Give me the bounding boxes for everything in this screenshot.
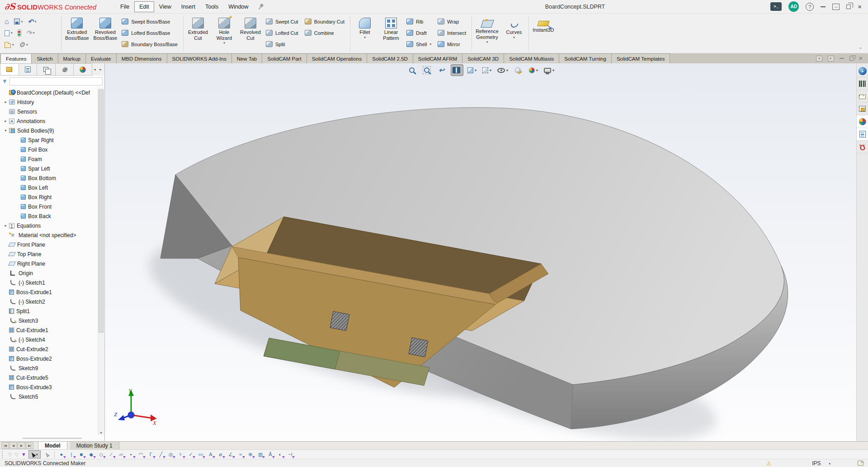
tree-item[interactable]: Box Bottom — [0, 173, 97, 183]
expander-icon[interactable]: ▾ — [3, 129, 9, 133]
tree-item[interactable]: Sketch9 — [0, 363, 97, 373]
selection-filter-icon[interactable]: ╱ — [156, 450, 166, 458]
tag-icon[interactable] — [858, 461, 863, 466]
draft-button[interactable]: Draft — [404, 27, 435, 38]
tree-item[interactable]: Sketch5 — [0, 392, 97, 401]
edit-appearance-button[interactable] — [512, 64, 525, 76]
tree-item[interactable]: Box Left — [0, 183, 97, 192]
menu-item[interactable]: Window — [223, 1, 253, 12]
tree-item[interactable]: (-) Sketch1 — [0, 278, 97, 287]
hole-wizard-button[interactable]: Hole Wizard▾ — [211, 16, 237, 53]
selection-filter-icon[interactable]: ◎ — [166, 450, 176, 458]
rib-button[interactable]: Rib — [404, 16, 435, 27]
expander-icon[interactable]: ▸ — [3, 119, 9, 123]
curves-button[interactable]: Curves▾ — [501, 16, 527, 53]
revolved-cut-button[interactable]: Revolved Cut — [237, 16, 264, 53]
instant3d-button[interactable]: Instant3D — [530, 16, 557, 53]
clear-filters-icon[interactable]: ▽ — [8, 452, 12, 457]
tree-item[interactable]: Foil Box — [0, 145, 97, 154]
tree-item[interactable]: ▸ History — [0, 97, 97, 107]
selection-filter-icon[interactable]: ⊕ — [245, 450, 255, 458]
graphics-area[interactable]: ▾ ▾ ▾ ▾ — [105, 63, 856, 441]
split-button[interactable]: Split — [264, 38, 302, 50]
selection-filter-icon[interactable]: ⊣ — [285, 450, 295, 458]
pin-menu-icon[interactable] — [257, 2, 265, 10]
commandmanager-tab[interactable]: MBD Dimensions — [116, 53, 167, 63]
selection-filter-icon[interactable]: ▱ — [116, 450, 126, 458]
user-avatar[interactable]: AD — [788, 1, 799, 12]
resize-panes-icon[interactable]: ⇔ — [832, 4, 840, 10]
selection-filter-icon[interactable]: Γ — [146, 450, 156, 458]
displaymanager-tab[interactable] — [73, 63, 92, 76]
close-button[interactable]: × — [858, 3, 862, 10]
extruded-boss-base-button[interactable]: Extruded Boss/Base — [63, 16, 91, 53]
selection-filter-icon[interactable]: A — [206, 450, 216, 458]
commandmanager-tab[interactable]: SolidCAM Turning — [559, 53, 612, 63]
select-tool-button[interactable]: ▾ — [28, 450, 41, 458]
mirror-button[interactable]: Mirror — [435, 38, 470, 50]
selection-filter-icon[interactable]: ▭ — [196, 450, 206, 458]
commandmanager-tab[interactable]: SolidCAM 2.5D — [367, 53, 413, 63]
zoom-to-fit-button[interactable] — [406, 64, 419, 76]
display-style-button[interactable]: ▾ — [481, 64, 493, 76]
document-close-button[interactable]: × — [859, 55, 863, 62]
selection-filter-icon[interactable]: Å — [265, 450, 275, 458]
boundary-boss-base-button[interactable]: Boundary Boss/Base — [119, 38, 182, 50]
tree-item[interactable]: Front Plane — [0, 240, 97, 249]
view-settings-button[interactable]: ▾ — [542, 64, 556, 76]
tree-item[interactable]: Box Right — [0, 192, 97, 202]
tree-item[interactable]: BoardConcept (Default) <<Def — [0, 88, 97, 97]
selection-filter-icon[interactable]: ≈ — [236, 450, 245, 458]
tree-item[interactable]: Split1 — [0, 306, 97, 316]
commandmanager-tab[interactable]: New Tab — [231, 53, 263, 63]
menu-item[interactable]: Tools — [200, 1, 223, 12]
custom-properties-button[interactable] — [857, 128, 868, 141]
view-orientation-button[interactable]: ▾ — [466, 64, 478, 76]
selection-filter-icon[interactable]: ▥ — [255, 450, 265, 458]
selection-filter-icon[interactable]: | — [66, 450, 76, 458]
menu-item[interactable]: File — [115, 1, 134, 12]
expander-icon[interactable]: ▸ — [3, 224, 9, 228]
view-palette-button[interactable] — [857, 103, 868, 115]
featuremanager-tab[interactable] — [0, 63, 19, 76]
combine-button[interactable]: Combine — [302, 27, 349, 38]
unit-system[interactable]: IPS ▴ — [812, 460, 830, 467]
selection-filter-icon[interactable]: ⊦ — [176, 450, 186, 458]
lofted-cut-button[interactable]: Lofted Cut — [264, 27, 302, 38]
apply-scene-button[interactable]: ▾ — [527, 64, 540, 76]
undo-button[interactable]: ▾ — [28, 18, 36, 26]
expander-icon[interactable]: ▸ — [3, 100, 9, 104]
rebuild-button[interactable] — [18, 29, 21, 37]
redo-button[interactable]: ▾ — [26, 29, 35, 37]
panel-tab-scroll-right-icon[interactable]: ▸ — [98, 63, 104, 76]
selection-filter-icon[interactable]: ◆ — [86, 450, 96, 458]
options-button[interactable]: ▾ — [19, 41, 28, 49]
configurationmanager-tab[interactable] — [37, 63, 56, 76]
selection-filter-icon[interactable]: ✓ — [186, 450, 196, 458]
tree-item[interactable]: Spar Left — [0, 164, 97, 173]
tree-item[interactable]: Boss-Extrude2 — [0, 354, 97, 363]
shell-button[interactable]: Shell▾ — [404, 38, 435, 50]
tree-item[interactable]: Boss-Extrude3 — [0, 382, 97, 392]
commandmanager-tab[interactable]: SolidCAM AFRM — [413, 53, 462, 63]
menu-item[interactable]: View — [154, 1, 176, 12]
scrollbar-thumb[interactable] — [99, 90, 104, 333]
commandmanager-tab[interactable]: SOLIDWORKS Add-Ins — [167, 53, 232, 63]
swept-boss-base-button[interactable]: Swept Boss/Base — [119, 16, 182, 27]
solidcam-tools-button[interactable] — [857, 141, 868, 153]
commandmanager-tab[interactable]: Markup — [58, 53, 86, 63]
tree-item[interactable]: ▾ Solid Bodies(9) — [0, 126, 97, 135]
toolbar-grip[interactable] — [2, 451, 5, 458]
tab-nav-arrow-icon[interactable]: ▶| — [26, 442, 33, 449]
appearances-scenes-button[interactable] — [857, 115, 868, 128]
minimize-button[interactable] — [821, 6, 826, 7]
selection-filter-icon[interactable]: ∠ — [226, 450, 236, 458]
dimxpertmanager-tab[interactable] — [55, 63, 74, 76]
linear-pattern-button[interactable]: Linear Pattern — [378, 16, 404, 53]
selection-filter-icon[interactable]: ◐ — [275, 450, 285, 458]
commandmanager-tab[interactable]: SolidCAM Part — [262, 53, 307, 63]
tree-item[interactable]: Cut-Extrude2 — [0, 344, 97, 354]
magnified-selection-icon[interactable] — [44, 451, 50, 457]
commandmanager-tab[interactable]: SolidCAM Multiaxis — [504, 53, 559, 63]
clear-all-filters-icon[interactable]: ▽ — [14, 452, 18, 457]
